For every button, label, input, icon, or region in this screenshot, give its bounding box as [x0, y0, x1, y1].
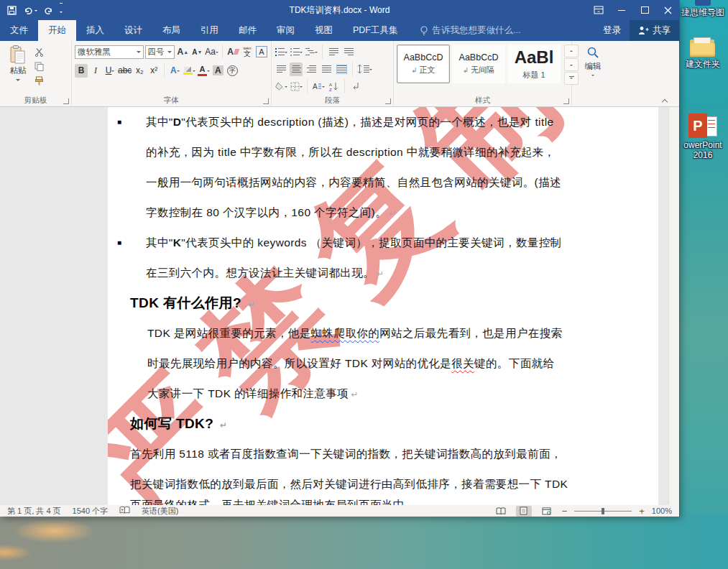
close-button[interactable]: [656, 0, 679, 20]
doc-line: 页面最终的格式，再去把关键词合理地布局到页面当中: [108, 499, 658, 505]
zoom-level[interactable]: 100%: [652, 506, 672, 515]
numbered-list-button[interactable]: [290, 45, 303, 59]
bold-button[interactable]: B: [75, 64, 88, 78]
read-mode-icon[interactable]: [493, 506, 509, 517]
titlebar: TDK培训资料.docx - Word: [0, 0, 679, 20]
highlight-color-button[interactable]: [183, 64, 195, 78]
justify-button[interactable]: [320, 63, 333, 76]
align-center-button[interactable]: [290, 63, 303, 76]
zoom-slider[interactable]: [574, 506, 632, 517]
borders-button[interactable]: [290, 80, 303, 93]
paste-clipboard-icon: [10, 45, 26, 64]
bullet-list-button[interactable]: [275, 45, 287, 59]
styles-dialog-launcher-icon[interactable]: [563, 98, 569, 104]
group-clipboard: 粘贴 剪贴板: [0, 41, 72, 106]
decrease-indent-button[interactable]: [327, 45, 340, 59]
tell-me-box[interactable]: 告诉我您想要做什么...: [420, 20, 521, 41]
shading-bucket-icon[interactable]: [275, 80, 287, 93]
save-icon[interactable]: [7, 6, 17, 15]
tab-home[interactable]: 开始: [38, 20, 76, 41]
minimize-button[interactable]: [610, 0, 633, 20]
collapse-ribbon-icon[interactable]: [662, 98, 668, 103]
desktop: 捷思维导图建文件夹PowerPoint 2016 TDK培训资料.docx - …: [0, 0, 728, 569]
font-name-combobox[interactable]: 微软雅黑: [75, 45, 144, 59]
increase-indent-button[interactable]: [342, 45, 355, 59]
copy-icon[interactable]: [33, 60, 45, 73]
clear-formatting-button[interactable]: A: [226, 45, 239, 59]
font-group-label: 字体: [72, 96, 271, 106]
superscript-button[interactable]: x²: [147, 64, 160, 78]
tab-pdf-tools[interactable]: PDF工具集: [343, 20, 408, 41]
format-painter-icon[interactable]: [33, 75, 45, 87]
web-layout-icon[interactable]: [539, 506, 555, 517]
sort-button[interactable]: AZ: [327, 80, 340, 93]
italic-button[interactable]: I: [89, 64, 102, 78]
strikethrough-button[interactable]: abc: [118, 64, 132, 78]
undo-icon[interactable]: [23, 6, 37, 14]
mind-map-desktop-icon[interactable]: 捷思维导图: [681, 0, 725, 17]
tab-view[interactable]: 视图: [305, 20, 343, 41]
word-count-status[interactable]: 1540 个字: [73, 506, 109, 517]
editing-button[interactable]: 编辑: [575, 44, 611, 78]
tab-review[interactable]: 审阅: [267, 20, 305, 41]
font-color-button[interactable]: A: [197, 64, 210, 78]
shrink-font-button[interactable]: A▼: [190, 45, 203, 59]
tab-layout[interactable]: 布局: [152, 20, 190, 41]
styles-group-label: 样式: [394, 96, 571, 106]
distribute-button[interactable]: [335, 63, 348, 76]
grow-font-button[interactable]: A▲: [176, 45, 189, 59]
character-border-button[interactable]: A: [255, 45, 268, 59]
ribbon-display-options-icon[interactable]: [587, 0, 610, 20]
tab-references[interactable]: 引用: [190, 20, 229, 41]
tab-insert[interactable]: 插入: [76, 20, 114, 41]
multilevel-list-button[interactable]: [305, 45, 318, 59]
subscript-button[interactable]: x₂: [133, 64, 146, 78]
doc-line: 的补充，因为 title 中字数有限，所以在 description 中就要稍微…: [108, 137, 658, 167]
maximize-button[interactable]: [633, 0, 656, 20]
line-spacing-button[interactable]: [357, 63, 372, 76]
clipboard-dialog-launcher-icon[interactable]: [63, 98, 69, 104]
paragraph-dialog-launcher-icon[interactable]: [385, 98, 391, 104]
phonetic-guide-button[interactable]: wén文: [241, 45, 254, 59]
doc-line: 把关键词指数低的放到最后面，然后对关键词进行由高到低排序，接着需要想一下 TDK: [108, 469, 658, 499]
tab-design[interactable]: 设计: [114, 20, 152, 41]
zoom-out-button[interactable]: −: [562, 506, 568, 517]
print-layout-icon[interactable]: [516, 506, 532, 517]
zoom-in-button[interactable]: +: [639, 506, 645, 517]
paste-button[interactable]: 粘贴: [3, 44, 33, 96]
character-shading-button[interactable]: A: [211, 64, 224, 78]
underline-button[interactable]: U: [103, 64, 116, 78]
proofing-errors-icon[interactable]: [119, 506, 130, 516]
style-item-无间隔[interactable]: AaBbCcD↲ 无间隔: [452, 45, 505, 83]
asian-layout-button[interactable]: A: [312, 80, 325, 93]
mind-map-icon: [695, 0, 711, 6]
style-item-正文[interactable]: AaBbCcD↲ 正文: [397, 45, 450, 83]
doc-line: TDK 是网站很重要的元素，他是蜘蛛爬取你的网站之后最先看到，也是用户在搜索: [108, 318, 658, 348]
font-size-combobox[interactable]: 四号: [145, 45, 175, 59]
style-item-标题 1[interactable]: AaBl标题 1: [507, 45, 561, 83]
text-effects-button[interactable]: A: [168, 64, 181, 78]
new-folder-desktop-icon[interactable]: 建文件夹: [681, 37, 725, 69]
style-name: ↲ 无间隔: [453, 65, 504, 75]
change-case-button[interactable]: Aa: [205, 45, 218, 59]
doc-block-body: 首先利用 5118 或者百度指数查询一下关键词的指数，把关键词指数高的放到最前面…: [108, 439, 658, 499]
customize-qat-icon[interactable]: [60, 3, 63, 17]
vertical-scrollbar[interactable]: [668, 107, 679, 505]
page-number-status[interactable]: 第 1 页, 共 4 页: [7, 506, 61, 517]
sign-in-button[interactable]: 登录: [594, 20, 630, 41]
align-right-button[interactable]: [305, 63, 318, 76]
share-button[interactable]: 共享: [630, 20, 679, 41]
tab-mailings[interactable]: 邮件: [229, 20, 267, 41]
redo-icon[interactable]: [44, 6, 53, 14]
tab-file[interactable]: 文件: [0, 20, 38, 41]
enclose-characters-button[interactable]: 字: [226, 64, 239, 78]
cut-icon[interactable]: [33, 46, 45, 58]
show-marks-button[interactable]: [349, 80, 362, 93]
document-page[interactable]: 严禁复制 ■其中"D"代表页头中的 description (描述)，描述是对网…: [108, 107, 658, 505]
powerpoint-2016-desktop-icon[interactable]: PowerPoint 2016: [681, 114, 725, 160]
align-left-button[interactable]: [275, 63, 287, 76]
doc-block-h2: 如何写 TDK? ↵: [108, 409, 658, 439]
font-dialog-launcher-icon[interactable]: [263, 98, 269, 104]
language-status[interactable]: 英语(美国): [142, 506, 178, 517]
folder-icon: [690, 37, 716, 57]
